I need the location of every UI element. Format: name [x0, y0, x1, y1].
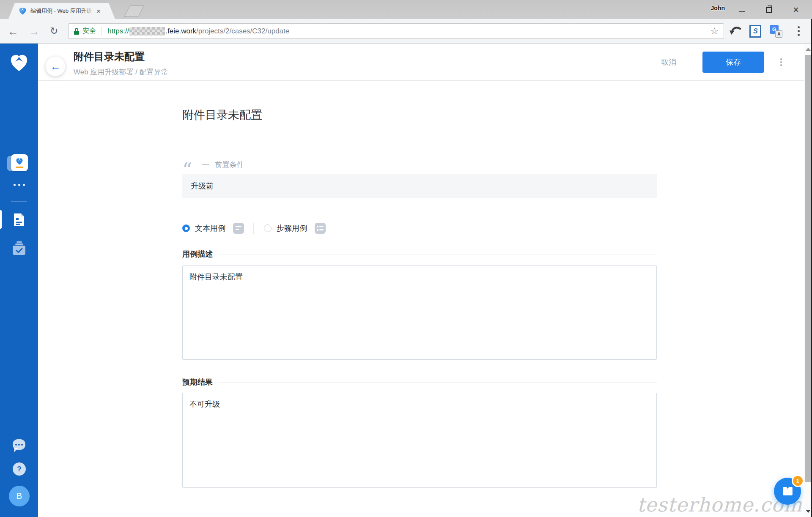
precondition-dash	[202, 164, 209, 165]
description-textarea[interactable]: 附件目录未配置	[182, 265, 657, 360]
radio-step-case[interactable]	[264, 224, 272, 232]
expected-textarea[interactable]: 不可升级	[182, 393, 657, 488]
header-actions: 取消 保存	[661, 44, 782, 80]
feie-logo[interactable]	[9, 53, 29, 73]
breadcrumb: Web 应用升级部署 / 配置异常	[74, 67, 168, 77]
guide-floating-button[interactable]: 1	[774, 478, 801, 505]
description-header: 用例描述	[182, 249, 657, 259]
secure-label[interactable]: 安全	[82, 27, 96, 36]
browser-tab[interactable]: 编辑用例 - Web 应用升级 ×	[8, 3, 115, 19]
app-frame: ? B ← 附件目录未配置 Web 应用升级部署 / 配置异常 取消 保存 附件…	[0, 44, 812, 517]
url-path: /projects/2/cases/C32/update	[196, 27, 289, 36]
project-tile-underline	[16, 167, 23, 168]
tab-title: 编辑用例 - Web 应用升级	[30, 7, 95, 15]
url-censored-host	[129, 27, 165, 36]
browser-window: 编辑用例 - Web 应用升级 × John × ← → ↻ 安全 https:…	[0, 0, 812, 517]
omnibox-divider	[102, 27, 102, 36]
restore-icon	[766, 7, 772, 13]
tab-close-icon[interactable]: ×	[96, 8, 101, 15]
url-host: .feie.work	[165, 27, 196, 36]
window-restore-button[interactable]	[755, 0, 782, 19]
document-icon	[13, 213, 25, 226]
arrow-up-icon	[806, 48, 811, 51]
active-indicator	[0, 210, 2, 229]
back-button[interactable]: ←	[46, 57, 65, 76]
page-title: 附件目录未配置	[74, 50, 168, 63]
expected-label: 预期结果	[182, 377, 213, 387]
text-case-icon[interactable]	[233, 223, 244, 234]
radio-text-case-label[interactable]: 文本用例	[195, 223, 225, 233]
feedback-chat-icon[interactable]	[13, 439, 25, 450]
url-scheme: https://	[107, 27, 129, 36]
radio-step-case-label[interactable]: 步骤用例	[277, 223, 307, 233]
url-text[interactable]: https:// .feie.work /projects/2/cases/C3…	[107, 27, 289, 36]
help-icon[interactable]: ?	[13, 462, 26, 476]
chrome-profile-name[interactable]: John	[711, 5, 725, 11]
precondition-label: 前置条件	[215, 160, 244, 170]
cancel-button[interactable]: 取消	[661, 57, 676, 67]
expected-rule	[219, 382, 657, 383]
case-form: 附件目录未配置 “ 前置条件 升级前 文本用例 步骤用例	[182, 107, 657, 488]
sidebar-more-projects-button[interactable]	[0, 184, 38, 186]
window-close-button[interactable]: ×	[782, 0, 809, 19]
feie-logo-favicon	[19, 7, 27, 15]
description-label: 用例描述	[182, 249, 213, 259]
close-icon: ×	[793, 5, 798, 14]
more-actions-button[interactable]	[780, 58, 782, 66]
header-titles: 附件目录未配置 Web 应用升级部署 / 配置异常	[74, 50, 168, 77]
nav-back-button[interactable]: ←	[8, 26, 19, 37]
radio-text-case[interactable]	[182, 224, 190, 232]
case-type-selector: 文本用例 步骤用例	[182, 222, 657, 234]
project-logo-icon	[16, 158, 23, 165]
window-controls: ×	[728, 0, 809, 19]
case-title-input[interactable]: 附件目录未配置	[182, 107, 657, 135]
precondition-field[interactable]: 升级前	[182, 174, 657, 198]
app-sidebar: ? B	[0, 44, 38, 517]
bookmark-star-icon[interactable]: ☆	[710, 26, 719, 37]
address-bar[interactable]: 安全 https:// .feie.work /projects/2/cases…	[68, 23, 724, 39]
translate-a-glyph: A	[775, 30, 782, 38]
extension-undo-arrow-icon[interactable]	[729, 25, 742, 37]
radio-divider	[253, 223, 254, 234]
browser-toolbar: ← → ↻ 安全 https:// .feie.work /projects/2…	[0, 19, 812, 44]
page-header: ← 附件目录未配置 Web 应用升级部署 / 配置异常 取消 保存	[38, 44, 804, 81]
minimize-icon	[739, 11, 745, 12]
task-check-icon	[13, 241, 25, 255]
extension-s-icon[interactable]: S	[749, 25, 761, 38]
main-panel: ← 附件目录未配置 Web 应用升级部署 / 配置异常 取消 保存 附件目录未配…	[38, 44, 804, 517]
description-rule	[219, 254, 657, 254]
notification-badge: 1	[792, 475, 804, 487]
sidebar-item-cases[interactable]	[0, 210, 38, 229]
sidebar-item-plans[interactable]	[0, 238, 38, 258]
precondition-header: “ 前置条件	[182, 158, 657, 171]
book-icon	[782, 486, 793, 497]
save-button[interactable]: 保存	[702, 52, 764, 73]
browser-menu-button[interactable]	[798, 26, 800, 36]
nav-forward-button[interactable]: →	[29, 26, 40, 37]
project-tile	[11, 154, 28, 171]
expected-header: 预期结果	[182, 377, 657, 387]
window-minimize-button[interactable]	[728, 0, 755, 19]
step-case-icon[interactable]	[315, 223, 326, 234]
arrow-down-icon	[806, 510, 811, 513]
extension-translate-icon[interactable]: G A	[770, 25, 782, 38]
scrollbar-thumb[interactable]	[805, 55, 811, 482]
sidebar-item-project[interactable]	[11, 154, 28, 171]
new-tab-button[interactable]	[124, 5, 144, 17]
sidebar-divider	[11, 201, 27, 202]
nav-reload-button[interactable]: ↻	[50, 26, 58, 36]
user-avatar[interactable]: B	[9, 486, 30, 506]
secure-lock-icon	[74, 27, 80, 35]
browser-titlebar: 编辑用例 - Web 应用升级 × John ×	[0, 0, 812, 19]
